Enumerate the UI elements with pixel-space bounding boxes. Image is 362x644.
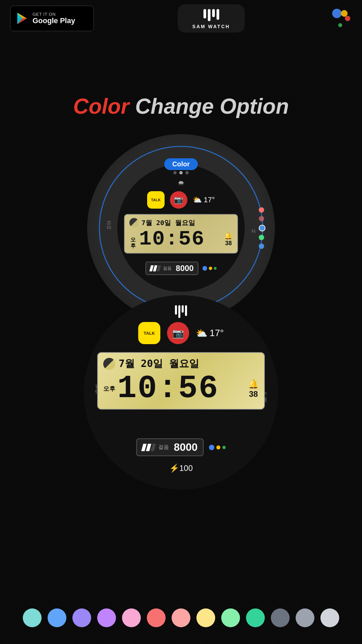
swatch-light-green[interactable] <box>221 608 240 627</box>
swatch-gray-dark[interactable] <box>271 608 290 627</box>
logo-line-4 <box>217 9 219 20</box>
swatch-pink[interactable] <box>122 608 141 627</box>
side-label-right: 자 <box>250 226 256 230</box>
color-swatches[interactable] <box>23 608 339 627</box>
svg-point-0 <box>332 9 342 18</box>
svg-point-1 <box>341 10 348 17</box>
rain-icon: 🌧 <box>178 179 184 187</box>
swatch-purple[interactable] <box>72 608 91 627</box>
google-dots <box>202 266 217 271</box>
swatch-cyan[interactable] <box>23 608 42 627</box>
get-it-on-label: GET IT ON <box>33 12 75 17</box>
steps-stripes <box>150 265 160 271</box>
logo-line-1 <box>203 9 206 18</box>
w2-line-4 <box>185 305 187 316</box>
w2-battery: ⚡100 <box>169 464 193 473</box>
w2-time-row: 오후 10:56 🔔 38 <box>103 373 259 405</box>
w2-stripe-2 <box>146 444 151 451</box>
color-picker-dots[interactable] <box>259 207 265 249</box>
steps-count: 8000 <box>176 264 193 273</box>
color-dot-red2[interactable] <box>259 216 264 221</box>
watch2-circle: 마우 수매 TALK 📷 ⛅ 17° 7월 20일 월요일 오후 10:56 <box>84 295 278 490</box>
w2-google-dots <box>209 445 226 450</box>
dot-1 <box>173 171 177 174</box>
w2-date-text: 7월 20일 월요일 <box>119 357 199 371</box>
w2-date-row: 7월 20일 월요일 <box>103 357 259 371</box>
logo-line-2 <box>208 9 210 21</box>
swatch-gray-light[interactable] <box>320 608 339 627</box>
w2-steps-label: 걸음 <box>158 444 169 451</box>
logo-lines <box>203 9 219 21</box>
logo-line-3 <box>212 9 215 17</box>
weather-widget: ⛅ 17° <box>193 196 215 204</box>
lcd-time: 10:56 <box>139 229 205 250</box>
dot-2 <box>179 171 183 174</box>
svg-point-2 <box>345 16 350 21</box>
lcd-date-text: 7월 20일 월요일 <box>141 218 195 227</box>
w2-steps-count: 8000 <box>174 441 197 453</box>
top-bar: GET IT ON Google Play SAM WATCH <box>0 0 362 37</box>
swatch-gray-mid[interactable] <box>296 608 314 627</box>
google-play-text: GET IT ON Google Play <box>33 12 75 25</box>
color-dot-red[interactable] <box>259 207 264 213</box>
color-dot-blue2[interactable] <box>259 244 264 249</box>
alarm-seconds: 38 <box>225 240 232 247</box>
swatch-green[interactable] <box>246 608 265 627</box>
camera-icon[interactable]: 📷 <box>170 191 187 209</box>
w2-step-stripes <box>142 444 155 451</box>
cloud-icon: ⛅ <box>193 196 202 204</box>
w2-line-3 <box>182 305 184 313</box>
swatch-violet[interactable] <box>97 608 116 627</box>
lcd-date-row: 7월 20일 월요일 <box>129 218 233 227</box>
swatch-yellow[interactable] <box>196 608 215 627</box>
sam-watch-logo: SAM WATCH <box>178 4 245 33</box>
w2-stripe-1 <box>141 444 146 451</box>
swatch-blue[interactable] <box>48 608 66 627</box>
steps-label: 걸음 <box>163 265 172 271</box>
color-dot-green[interactable] <box>259 235 264 240</box>
color-tab[interactable]: Color <box>164 158 198 170</box>
title-rest-part: Change Option <box>135 94 289 118</box>
w2-gdot-green <box>223 446 226 449</box>
swatch-salmon[interactable] <box>172 608 190 627</box>
moon-icon <box>129 218 139 227</box>
w2-lcd: 7월 20일 월요일 오후 10:56 🔔 38 <box>97 352 265 410</box>
watch2-container: 마우 수매 TALK 📷 ⛅ 17° 7월 20일 월요일 오후 10:56 <box>84 295 278 490</box>
w2-gdot-blue <box>209 445 215 450</box>
google-play-badge[interactable]: GET IT ON Google Play <box>10 6 94 31</box>
temperature: 17° <box>204 196 215 204</box>
w2-stripe-3 <box>150 444 156 451</box>
lcd-time-row: 오후 10:56 🔔 38 <box>129 229 233 250</box>
w2-cloud-icon: ⛅ <box>196 328 207 339</box>
w2-time: 10:56 <box>117 373 219 405</box>
watch1-face: Color 🌧 TALK 📷 ⛅ 17° <box>117 164 245 292</box>
swatch-red[interactable] <box>147 608 166 627</box>
am-pm-label: 오후 <box>129 234 136 245</box>
lcd-display: 7월 20일 월요일 오후 10:56 🔔 38 <box>124 214 238 254</box>
g-dot-blue <box>202 266 207 271</box>
steps-row: 걸음 8000 <box>145 262 216 275</box>
w2-ampm-label: 오후 <box>103 385 115 393</box>
w2-alarm-col: 🔔 38 <box>248 379 259 399</box>
play-store-icon <box>16 12 28 25</box>
dot-3 <box>185 171 189 174</box>
w2-steps-row: 걸음 8000 <box>136 438 226 456</box>
alarm-col: 🔔 38 <box>224 232 233 247</box>
steps-bar: 걸음 8000 <box>145 262 198 275</box>
kakao-icon[interactable]: TALK <box>147 191 165 209</box>
google-play-label: Google Play <box>33 17 75 25</box>
w2-temperature: 17° <box>209 328 224 338</box>
wear-os-icon <box>328 7 352 30</box>
title-color-part: Color <box>73 94 135 118</box>
watch2-app-row: TALK 📷 ⛅ 17° <box>138 322 224 344</box>
color-dot-blue-selected[interactable] <box>259 225 265 231</box>
watch2-logo <box>175 305 187 318</box>
w2-steps-bar: 걸음 8000 <box>136 438 203 456</box>
w2-weather: ⛅ 17° <box>196 328 224 339</box>
page-title: Color Change Option <box>0 94 362 119</box>
app-name-label: SAM WATCH <box>192 24 230 29</box>
g-dot-green <box>214 267 217 270</box>
alarm-icon: 🔔 <box>224 232 233 240</box>
w2-alarm-icon: 🔔 <box>248 379 259 389</box>
w2-moon-icon <box>103 358 115 370</box>
